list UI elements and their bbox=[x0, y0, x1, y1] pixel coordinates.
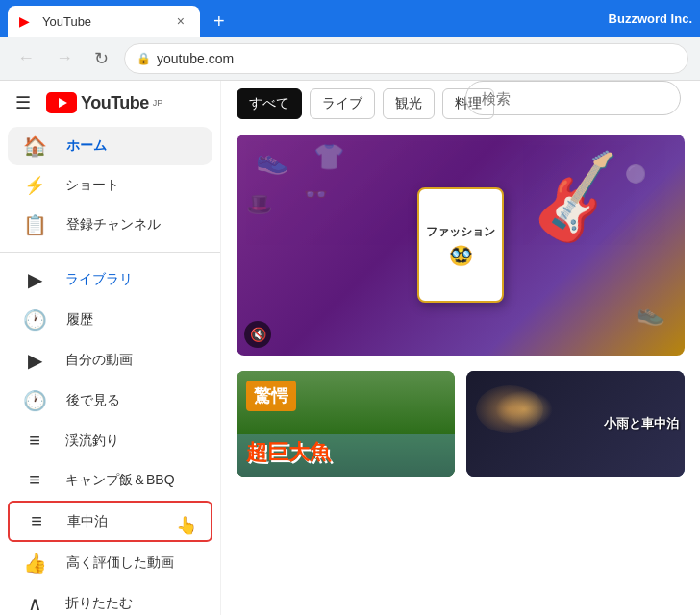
youtube-logo-sup: JP bbox=[153, 98, 163, 108]
sidebar-item-library[interactable]: ▶ ライブラリ bbox=[8, 260, 212, 299]
sidebar-item-label: ホーム bbox=[66, 137, 107, 155]
lock-icon: 🔒 bbox=[137, 52, 151, 65]
mute-button[interactable]: 🔇 bbox=[244, 321, 271, 348]
library-icon: ▶ bbox=[23, 268, 46, 291]
camping-text: 小雨と車中泊 bbox=[604, 414, 679, 433]
tab-title: YouTube bbox=[42, 14, 165, 29]
collapse-icon: ∧ bbox=[23, 592, 46, 615]
liked-icon: 👍 bbox=[23, 552, 47, 575]
tab-close-button[interactable]: × bbox=[173, 12, 188, 31]
sidebar-item-playlist-bbq[interactable]: ≡ キャンプ飯＆BBQ bbox=[8, 461, 212, 499]
guitar-decoration: 🎸 bbox=[524, 146, 635, 252]
sidebar-item-label: キャンプ飯＆BBQ bbox=[65, 472, 175, 489]
sidebar-library-nav: ▶ ライブラリ 🕐 履歴 ▶ 自分の動画 🕐 後で見る ≡ 渓流釣り ≡ キャン bbox=[0, 260, 220, 615]
tab-bar: ▶ YouTube × + bbox=[8, 0, 235, 37]
small-video-carcamp[interactable]: 小雨と車中泊 bbox=[466, 371, 685, 477]
sidebar-item-playlist-carcamp[interactable]: ≡ 車中泊 👆 bbox=[8, 501, 212, 542]
chip-all[interactable]: すべて bbox=[237, 88, 302, 119]
playlist-icon: ≡ bbox=[23, 430, 46, 452]
sidebar-item-shorts[interactable]: ⚡ ショート bbox=[8, 167, 212, 204]
sidebar-item-your-videos[interactable]: ▶ 自分の動画 bbox=[8, 341, 212, 380]
carcamp-thumbnail: 小雨と車中泊 bbox=[466, 371, 685, 477]
small-video-fishing[interactable]: 驚愕 超巨大魚 bbox=[237, 371, 455, 477]
home-icon: 🏠 bbox=[23, 135, 47, 158]
overlay-text: 驚愕 bbox=[246, 381, 296, 411]
watch-later-icon: 🕐 bbox=[23, 389, 47, 412]
search-bar-area bbox=[465, 81, 681, 115]
youtube-logo[interactable]: YouTube JP bbox=[46, 92, 162, 113]
chip-sightseeing[interactable]: 観光 bbox=[383, 88, 435, 119]
sidebar-item-label: 後で見る bbox=[66, 392, 120, 409]
search-input[interactable] bbox=[482, 90, 664, 107]
profile-label: Buzzword Inc. bbox=[609, 12, 692, 26]
fishing-thumbnail: 驚愕 超巨大魚 bbox=[237, 371, 455, 477]
featured-video[interactable]: 👟 👕 🎩 👓 👟 ⚪ ファッション 🥸 🎸 bbox=[237, 135, 685, 356]
history-icon: 🕐 bbox=[23, 308, 47, 332]
fashion-card: ファッション 🥸 bbox=[417, 187, 504, 303]
sidebar-item-label: 渓流釣り bbox=[65, 432, 119, 450]
cursor-icon: 👆 bbox=[176, 515, 197, 536]
small-videos-grid: 驚愕 超巨大魚 小雨と車中泊 bbox=[237, 371, 685, 477]
back-button[interactable]: ← bbox=[12, 44, 40, 72]
sidebar-item-collapse[interactable]: ∧ 折りたたむ bbox=[8, 584, 212, 615]
chip-live[interactable]: ライブ bbox=[310, 88, 375, 119]
playlist-icon: ≡ bbox=[23, 469, 46, 491]
active-tab[interactable]: ▶ YouTube × bbox=[8, 6, 200, 37]
search-box[interactable] bbox=[465, 81, 681, 115]
sidebar: ☰ YouTube JP 🏠 ホーム ⚡ ショート 📋 登 bbox=[0, 81, 221, 615]
sidebar-item-label: 登録チャンネル bbox=[66, 216, 161, 234]
subscriptions-icon: 📋 bbox=[23, 213, 47, 236]
sidebar-item-watch-later[interactable]: 🕐 後で見る bbox=[8, 381, 212, 420]
sidebar-item-label: 車中泊 bbox=[67, 513, 108, 530]
sidebar-item-label: 折りたたむ bbox=[65, 595, 133, 612]
sidebar-item-playlist-fishing[interactable]: ≡ 渓流釣り bbox=[8, 422, 212, 459]
youtube-app: ☰ YouTube JP 🏠 ホーム ⚡ ショート 📋 登 bbox=[0, 81, 700, 615]
youtube-logo-icon bbox=[46, 92, 77, 113]
sidebar-item-label: 履歴 bbox=[66, 311, 93, 329]
url-bar[interactable]: 🔒 youtube.com bbox=[124, 43, 688, 74]
tab-favicon: ▶ bbox=[19, 13, 35, 29]
sidebar-item-label: ショート bbox=[65, 177, 119, 194]
browser-titlebar: ▶ YouTube × + Buzzword Inc. bbox=[0, 0, 700, 37]
hamburger-icon[interactable]: ☰ bbox=[15, 92, 31, 113]
youtube-logo-text: YouTube bbox=[81, 93, 149, 113]
mute-icon: 🔇 bbox=[250, 327, 266, 342]
address-bar: ← → ↻ 🔒 youtube.com bbox=[0, 37, 700, 81]
camping-bg: 小雨と車中泊 bbox=[466, 371, 685, 477]
sidebar-divider bbox=[0, 252, 220, 253]
your-videos-icon: ▶ bbox=[23, 349, 46, 372]
sidebar-item-liked[interactable]: 👍 高く評価した動画 bbox=[8, 544, 212, 582]
shorts-icon: ⚡ bbox=[23, 175, 46, 196]
videos-area: 👟 👕 🎩 👓 👟 ⚪ ファッション 🥸 🎸 bbox=[221, 127, 700, 484]
refresh-button[interactable]: ↻ bbox=[88, 44, 114, 73]
sidebar-item-label: 自分の動画 bbox=[65, 352, 133, 369]
sidebar-item-home[interactable]: 🏠 ホーム bbox=[8, 127, 212, 165]
playlist-icon: ≡ bbox=[25, 510, 48, 532]
sidebar-header: ☰ YouTube JP bbox=[0, 88, 220, 125]
fishing-bg: 驚愕 超巨大魚 bbox=[237, 371, 455, 477]
main-text: 超巨大魚 bbox=[246, 438, 331, 467]
sidebar-item-label: ライブラリ bbox=[65, 271, 133, 288]
sidebar-item-history[interactable]: 🕐 履歴 bbox=[8, 301, 212, 339]
sidebar-item-subscriptions[interactable]: 📋 登録チャンネル bbox=[8, 206, 212, 244]
new-tab-button[interactable]: + bbox=[204, 7, 235, 37]
sidebar-item-label: 高く評価した動画 bbox=[66, 554, 174, 572]
main-content: すべて ライブ 観光 料理 👟 👕 🎩 bbox=[221, 81, 700, 615]
sidebar-main-nav: 🏠 ホーム ⚡ ショート 📋 登録チャンネル bbox=[0, 127, 220, 244]
featured-thumbnail: 👟 👕 🎩 👓 👟 ⚪ ファッション 🥸 🎸 bbox=[237, 135, 685, 356]
url-text: youtube.com bbox=[157, 51, 234, 66]
forward-button[interactable]: → bbox=[50, 44, 79, 72]
